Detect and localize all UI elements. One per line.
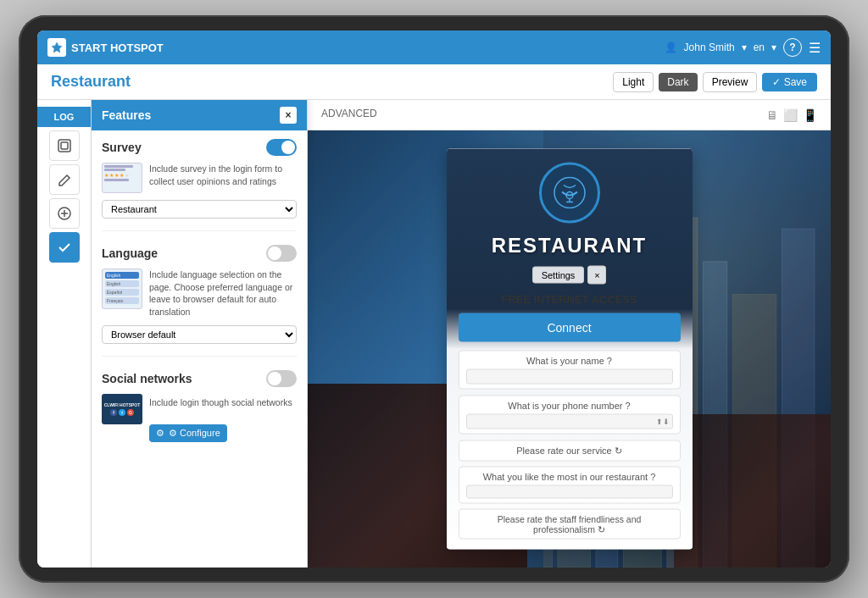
advanced-tab[interactable]: ADVANCED: [321, 108, 377, 123]
svg-point-26: [554, 178, 585, 208]
sidebar-square-icon-button[interactable]: [49, 130, 80, 161]
survey-toggle-knob: [281, 141, 295, 154]
features-close-button[interactable]: ×: [280, 107, 297, 124]
language-desc-text: Include language selection on the page. …: [149, 269, 297, 318]
preview-settings-button[interactable]: Settings: [532, 267, 585, 284]
social-desc-text: Include login though social networks: [149, 397, 292, 407]
language-toggle[interactable]: [266, 245, 297, 262]
rating-service-label: Please rate our service ↻: [466, 446, 673, 457]
mobile-icon[interactable]: 📱: [803, 108, 817, 122]
language-title: Language: [102, 246, 158, 260]
dark-mode-button[interactable]: Dark: [659, 73, 697, 91]
social-icons-row: f t G: [110, 409, 134, 416]
phone-field-label: What is your phone number ?: [466, 401, 673, 411]
like-most-input[interactable]: [466, 485, 673, 499]
header-actions: Light Dark Preview ✓ Save: [613, 72, 817, 92]
app-title: START HOTSPOT: [71, 42, 164, 54]
language-section: Language English English Español Françai…: [102, 245, 297, 357]
survey-desc-text: Include survey in the login form to coll…: [149, 163, 297, 187]
page-title: Restaurant: [51, 73, 613, 91]
free-access-label: FREE INTERNET ACCESS: [501, 293, 637, 306]
tablet-screen: START HOTSPOT 👤 John Smith ▾ en ▾ ? ☰ Re…: [37, 30, 831, 568]
logo-icon: [47, 38, 66, 57]
survey-title: Survey: [102, 141, 142, 154]
tablet-icon[interactable]: ⬜: [783, 108, 798, 122]
survey-section: Survey ★ ★: [102, 139, 297, 231]
preview-close-button[interactable]: ×: [587, 266, 606, 285]
features-title: Features: [102, 108, 151, 122]
lang-label[interactable]: en: [754, 42, 765, 53]
preview-canvas: RESTAURANT Settings × FREE INTERNET ACCE…: [308, 130, 831, 568]
desktop-icon[interactable]: 🖥: [766, 108, 778, 122]
like-most-label: What you like the most in our restaurant…: [466, 472, 673, 482]
language-section-header: Language: [102, 245, 297, 262]
social-description: CLWIFI HOTSPOT f t G Include login thoug…: [102, 394, 297, 442]
name-field-label: What is your name ?: [466, 356, 673, 366]
settings-bar: Settings ×: [459, 266, 681, 285]
restaurant-name-text: RESTAURANT: [492, 234, 648, 257]
svg-rect-1: [58, 140, 70, 152]
hamburger-menu-button[interactable]: ☰: [809, 40, 821, 56]
social-section-header: Social networks: [102, 370, 297, 387]
survey-type-select[interactable]: Restaurant Hotel Coffee Shop: [102, 200, 297, 219]
lang-chevron-icon: ▾: [771, 42, 776, 53]
language-description: English English Español Français Include…: [102, 269, 297, 318]
app-logo: START HOTSPOT: [47, 38, 164, 57]
connect-button[interactable]: Connect: [459, 313, 681, 342]
svg-rect-2: [61, 142, 68, 149]
language-thumbnail: English English Español Français: [102, 269, 142, 309]
sidebar-tab-logo[interactable]: LOG: [37, 107, 91, 127]
light-mode-button[interactable]: Light: [613, 72, 654, 92]
survey-section-header: Survey: [102, 139, 297, 156]
phone-input[interactable]: ⬆⬇: [466, 414, 673, 429]
social-toggle-knob: [268, 372, 281, 385]
survey-description: ★ ★ ★ ★ ★ Include survey in the login fo…: [102, 163, 297, 193]
svg-marker-0: [52, 42, 62, 53]
survey-thumbnail: ★ ★ ★ ★ ★: [102, 163, 142, 193]
staff-rating-label: Please rate the staff friendliness and p…: [466, 514, 673, 534]
features-panel-header: Features ×: [92, 100, 307, 130]
name-input[interactable]: [466, 369, 673, 385]
social-thumbnail: CLWIFI HOTSPOT f t G: [102, 394, 142, 424]
survey-toggle[interactable]: [266, 139, 297, 156]
language-toggle-knob: [268, 246, 281, 260]
social-toggle[interactable]: [266, 370, 297, 387]
save-button[interactable]: ✓ Save: [762, 73, 817, 91]
sidebar-check-icon-button[interactable]: [49, 232, 80, 263]
sidebar-edit-icon-button[interactable]: [49, 164, 80, 195]
social-title: Social networks: [102, 372, 192, 385]
gear-icon: ⚙: [156, 428, 164, 439]
preview-tabs: ADVANCED 🖥 ⬜ 📱: [308, 100, 831, 130]
preview-button[interactable]: Preview: [703, 72, 758, 92]
features-body: Survey ★ ★: [92, 130, 307, 568]
nav-user-section: 👤 John Smith ▾ en ▾ ? ☰: [665, 38, 821, 57]
language-default-select[interactable]: Browser default English Spanish: [102, 325, 297, 344]
user-icon: 👤: [665, 42, 677, 53]
features-panel: Features × Survey: [92, 100, 308, 568]
tablet-frame: START HOTSPOT 👤 John Smith ▾ en ▾ ? ☰ Re…: [19, 15, 849, 583]
top-nav: START HOTSPOT 👤 John Smith ▾ en ▾ ? ☰: [37, 30, 831, 64]
help-button[interactable]: ?: [783, 38, 802, 57]
main-content: LOG: [37, 100, 831, 568]
restaurant-preview-card: RESTAURANT Settings × FREE INTERNET ACCE…: [447, 149, 693, 550]
chevron-down-icon: ▾: [742, 42, 747, 53]
user-name[interactable]: John Smith: [684, 42, 735, 53]
device-icons: 🖥 ⬜ 📱: [766, 108, 817, 122]
sidebar-add-icon-button[interactable]: [49, 198, 80, 229]
social-networks-section: Social networks CLWIFI HOTSPOT f t: [102, 370, 297, 461]
sub-header: Restaurant Light Dark Preview ✓ Save: [37, 64, 831, 100]
preview-area: ADVANCED 🖥 ⬜ 📱: [308, 100, 831, 568]
survey-stars: ★ ★ ★ ★ ★: [104, 172, 140, 178]
restaurant-logo: [539, 163, 600, 224]
sidebar: LOG: [37, 100, 92, 568]
configure-social-button[interactable]: ⚙ ⚙ Configure: [149, 424, 227, 442]
